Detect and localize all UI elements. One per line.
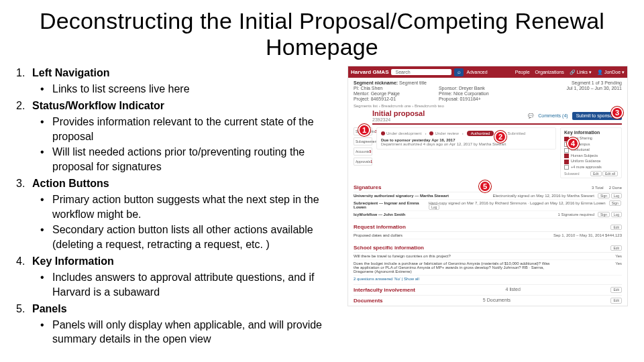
panel-documents-title: Documents [354,298,383,304]
sig-action[interactable]: Sign [609,200,621,206]
req-dates-label[interactable]: Proposed dates and dollars [354,233,402,237]
seg-prime: Prime: Nice Corporation [439,91,489,96]
outline-bullet: Links to list screens live here [52,82,338,97]
signature-row: IcyWorkflow — John Smith1 Signature requ… [354,211,622,219]
outline-head: Left Navigation [32,67,110,78]
seg-mentor: Mentor: George Paige [354,91,400,96]
toplink-people[interactable]: People [515,70,530,74]
outline-item: Left NavigationLinks to list screens liv… [32,66,338,96]
key-info-item: +4 more approvals [564,165,618,170]
panel-request-edit[interactable]: Edit [610,225,622,230]
leftnav-item[interactable]: Approvals1 [354,158,372,166]
page-title: Initial proposal [372,109,425,117]
comments-link[interactable]: Comments (4) [538,113,568,118]
search-button[interactable]: ⌕ [454,68,464,76]
outline-bullet: Primary action button suggests what the … [52,192,338,221]
sig-action[interactable]: Log [611,212,622,217]
signature-row: University authorized signatory — Martha… [354,192,622,200]
workflow-step: Under development [381,131,421,135]
outline-item: Status/Workflow IndicatorProvides inform… [32,99,338,174]
brand-label: Harvard GMAS [351,69,388,75]
outline-bullet: Secondary action button lists all other … [52,223,338,251]
seg-count: Segment 1 of 3 Pending [572,80,622,85]
sig-action[interactable]: Sign [598,212,610,217]
wf-detail: Department authorized 4 days ago on Apr … [381,142,551,146]
sig-action[interactable]: Log [611,193,622,198]
panel-signatures-title: Signatures [354,184,381,190]
outline-item: PanelsPanels will only display when appl… [32,302,338,347]
req-dates-val: Sep 1, 2010 – May 31, 2014 $444,123 [553,233,622,237]
panel-interfaculty-edit[interactable]: Edit [610,287,622,293]
school-showall[interactable]: 2 questions answered ‘No’ | Show all [354,277,419,281]
sig-action[interactable]: Sign [598,193,610,198]
key-information: Key information Cost SharingOn-campusIns… [560,127,622,178]
panel-request-title: Request information [354,224,406,230]
sig-action[interactable]: Log [429,204,439,210]
outline-bullet: Provides information relevant to the cur… [52,115,338,143]
key-info-item: Uniform Guidance [564,159,618,164]
key-extra-label: Subaward [564,172,580,176]
workflow-step: Under review [429,131,458,135]
search-icon: ⌕ [458,69,461,75]
outline-bullet: Includes answers to approval attribute q… [52,270,338,299]
key-info-item: Human Subjects [564,154,618,159]
outline-head: Action Buttons [32,178,109,189]
outline-head: Key Information [32,255,114,267]
breadcrumb: Segments list › Breadcrumb one › Breadcr… [348,104,627,109]
page-subtitle: 2392324 [372,117,425,122]
panel-school-edit[interactable]: Edit [610,245,622,251]
toplink-user[interactable]: 👤 JonDoe ▾ [597,70,625,75]
outline-bullet: Panels will only display when applicable… [52,318,338,347]
key-edit-button[interactable]: Edit [590,171,602,176]
advanced-link[interactable]: Advanced [466,70,487,74]
leftnav-item[interactable]: Accounts5 [354,147,372,156]
outline-head: Panels [32,303,67,314]
panel-documents-edit[interactable]: Edit [610,298,622,304]
app-topbar: Harvard GMAS Search ⌕ Advanced People Or… [348,66,627,78]
seg-nick-label: Segment nickname: [354,80,398,85]
panel-interfaculty-title: Interfaculty involvement [354,287,415,293]
seg-proposal: Proposal: 0191184+ [439,97,481,101]
workflow-step: Authorized [467,131,494,136]
toplink-links[interactable]: 🔗 Links ▾ [570,70,592,75]
panel-signatures-done: 2 Done [609,186,622,190]
screenshot-preview: Harvard GMAS Search ⌕ Advanced People Or… [347,66,628,306]
panel-school-title: School specific information [354,245,424,251]
workflow-indicator: Under development›Under review›Authorize… [376,127,556,149]
segment-info: Segment nickname: Segment title PI: Chia… [348,78,627,104]
school-row: Does the budget include a purchase or fa… [354,260,622,276]
seg-project: Project: 8465912-01 [354,97,396,101]
panel-interfaculty-value: 4 listed [506,287,521,293]
search-input[interactable]: Search [391,69,451,75]
outline-bullet: Will list needed actions prior to/preven… [52,145,338,174]
comments-icon[interactable]: 💬 [528,113,534,119]
seg-dates: Jul 1, 2010 – Jun 30, 2011 [566,86,622,90]
leftnav-item[interactable]: Subagreements4 [354,137,372,145]
outline-item: Key InformationIncludes answers to appro… [32,254,338,299]
signature-row: Subrecipient — Ingmar and Emma LowenHard… [354,200,622,211]
toplink-orgs[interactable]: Organizations [535,70,564,74]
panel-signatures-total: 3 Total [592,186,604,190]
seg-sponsor: Sponsor: Dreyer Bank [439,86,485,90]
outline-item: Action ButtonsPrimary action button sugg… [32,176,338,251]
slide-title: Deconstructing the Initial Proposal/Comp… [16,8,628,60]
key-info-title: Key information [564,130,618,135]
outline-column: Left NavigationLinks to list screens liv… [16,66,338,349]
school-row: Will there be travel to foreign countrie… [354,253,622,260]
seg-pi: PI: Chia Shen [354,86,382,90]
outline-head: Status/Workflow Indicator [32,100,164,111]
panel-documents-value: 5 Documents [483,298,511,304]
key-editall-button[interactable]: Edit all [602,171,618,176]
seg-nick-value: Segment title [399,80,427,85]
